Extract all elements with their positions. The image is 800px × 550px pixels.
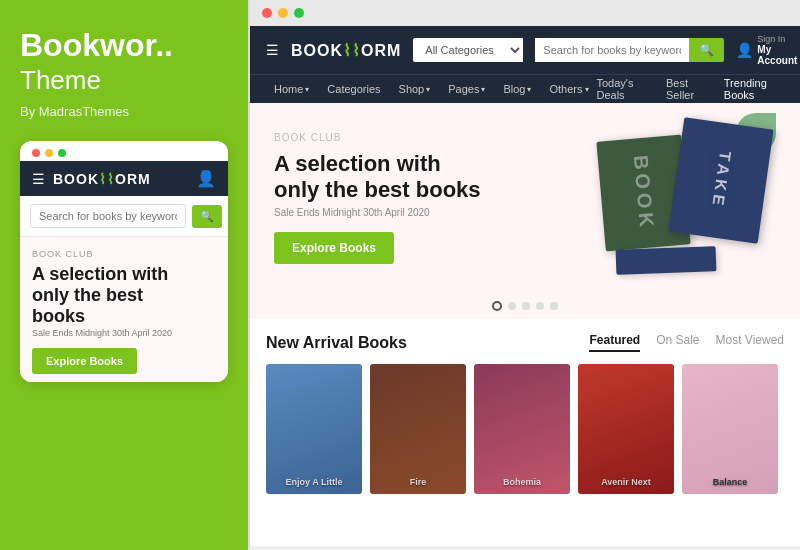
- blog-chevron-icon: ▾: [527, 85, 531, 94]
- browser-dot-green: [294, 8, 304, 18]
- book-title-1: Enjoy A Little: [286, 477, 343, 488]
- nav-left: Home ▾ Categories Shop ▾ Pages ▾ Blog ▾ …: [266, 75, 597, 103]
- nav-item-blog[interactable]: Blog ▾: [495, 75, 539, 103]
- hero-heading: A selection with only the best books: [274, 151, 536, 204]
- website-preview: ☰ BOOK⌇⌇ORM All Categories 🔍 👤 Sign In M…: [250, 26, 800, 546]
- account-label: My Account: [757, 44, 797, 66]
- shop-chevron-icon: ▾: [426, 85, 430, 94]
- mobile-search-bar: 🔍: [20, 196, 228, 237]
- mobile-sale-text: Sale Ends Midnight 30th April 2020: [32, 328, 216, 338]
- slider-dot-2[interactable]: [508, 302, 516, 310]
- account-action[interactable]: 👤 Sign In My Account: [736, 34, 797, 66]
- search-input[interactable]: [535, 38, 689, 62]
- book-title-2: Fire: [410, 477, 427, 488]
- tab-on-sale[interactable]: On Sale: [656, 333, 699, 352]
- mobile-user-icon[interactable]: 👤: [196, 169, 216, 188]
- nav-bar: Home ▾ Categories Shop ▾ Pages ▾ Blog ▾ …: [250, 74, 800, 103]
- book-title-5: Balance: [713, 477, 748, 488]
- account-icon: 👤: [736, 42, 753, 58]
- site-header: ☰ BOOK⌇⌇ORM All Categories 🔍 👤 Sign In M…: [250, 26, 800, 103]
- book-grid: Enjoy A Little Fire Bohemia Avenir Next: [266, 364, 784, 494]
- nav-trending-books[interactable]: Trending Books: [724, 77, 784, 101]
- hero-content: BOOK CLUB A selection with only the best…: [274, 132, 536, 265]
- book-stack: BOOK TAKE: [536, 113, 776, 283]
- mobile-card-chrome: [20, 141, 228, 161]
- site-logo-accent: ⌇⌇: [343, 42, 361, 59]
- nav-item-categories[interactable]: Categories: [319, 75, 388, 103]
- book-title-3: Bohemia: [503, 477, 541, 488]
- hero-explore-button[interactable]: Explore Books: [274, 232, 394, 264]
- search-bar: 🔍: [535, 38, 724, 62]
- nav-todays-deals[interactable]: Today's Deals: [597, 77, 651, 101]
- mobile-preview-card: ☰ BOOK⌇⌇ORM 👤 🔍 BOOK CLUB A selection wi…: [20, 141, 228, 382]
- slider-dot-4[interactable]: [536, 302, 544, 310]
- category-select[interactable]: All Categories: [413, 38, 523, 62]
- header-top-bar: ☰ BOOK⌇⌇ORM All Categories 🔍 👤 Sign In M…: [250, 26, 800, 74]
- slider-dot-active[interactable]: [492, 301, 502, 311]
- left-panel: Bookwor.. Theme By MadrasThemes ☰ BOOK⌇⌇…: [0, 0, 248, 550]
- nav-item-pages[interactable]: Pages ▾: [440, 75, 493, 103]
- home-chevron-icon: ▾: [305, 85, 309, 94]
- account-sign-in: Sign In: [757, 34, 797, 44]
- browser-dot-yellow: [278, 8, 288, 18]
- nav-item-shop[interactable]: Shop ▾: [391, 75, 439, 103]
- book-cover-5: Balance: [682, 364, 778, 494]
- dot-red: [32, 149, 40, 157]
- mobile-nav-bar: ☰ BOOK⌇⌇ORM 👤: [20, 161, 228, 196]
- browser-chrome: [250, 0, 800, 26]
- site-hamburger-icon[interactable]: ☰: [266, 42, 279, 58]
- mobile-banner: BOOK CLUB A selection with only the best…: [20, 237, 228, 382]
- hero-book-image: BOOK TAKE: [536, 113, 776, 283]
- nav-item-home[interactable]: Home ▾: [266, 75, 317, 103]
- header-actions: 👤 Sign In My Account 🛒 My Cart $0.00: [736, 34, 800, 66]
- dot-yellow: [45, 149, 53, 157]
- book-card-3[interactable]: Bohemia: [474, 364, 570, 494]
- mobile-explore-button[interactable]: Explore Books: [32, 348, 137, 374]
- main-area: ☰ BOOK⌇⌇ORM All Categories 🔍 👤 Sign In M…: [248, 0, 800, 550]
- section-header: New Arrival Books Featured On Sale Most …: [266, 333, 784, 352]
- mobile-search-button[interactable]: 🔍: [192, 205, 222, 228]
- mobile-hero-heading: A selection with only the best books: [32, 264, 216, 326]
- book-cover-3: Bohemia: [474, 364, 570, 494]
- mobile-hamburger-icon[interactable]: ☰: [32, 171, 45, 187]
- hero-sale-text: Sale Ends Midnight 30th April 2020: [274, 207, 536, 218]
- book-card-4[interactable]: Avenir Next: [578, 364, 674, 494]
- mobile-nav-left: ☰ BOOK⌇⌇ORM: [32, 171, 151, 187]
- others-chevron-icon: ▾: [585, 85, 589, 94]
- mobile-search-input[interactable]: [30, 204, 186, 228]
- dot-green: [58, 149, 66, 157]
- nav-right: Today's Deals Best Seller Trending Books: [597, 77, 785, 101]
- book-1: TAKE: [668, 117, 773, 243]
- hero-book-club-label: BOOK CLUB: [274, 132, 536, 143]
- book-card-5[interactable]: Balance: [682, 364, 778, 494]
- browser-dot-red: [262, 8, 272, 18]
- slider-dot-3[interactable]: [522, 302, 530, 310]
- section-title: New Arrival Books: [266, 334, 407, 352]
- nav-best-seller[interactable]: Best Seller: [666, 77, 708, 101]
- tab-most-viewed[interactable]: Most Viewed: [716, 333, 784, 352]
- hero-banner: BOOK CLUB A selection with only the best…: [250, 103, 800, 293]
- search-button[interactable]: 🔍: [689, 38, 724, 62]
- section-tabs: Featured On Sale Most Viewed: [589, 333, 784, 352]
- theme-author: By MadrasThemes: [20, 104, 228, 119]
- slider-dot-5[interactable]: [550, 302, 558, 310]
- book2-text: BOOK: [629, 154, 659, 232]
- book-cover-4: Avenir Next: [578, 364, 674, 494]
- book-card-1[interactable]: Enjoy A Little: [266, 364, 362, 494]
- slider-dots: [250, 293, 800, 319]
- theme-title: Bookwor..: [20, 28, 228, 63]
- account-text: Sign In My Account: [757, 34, 797, 66]
- mobile-logo-wave: ⌇⌇: [99, 171, 115, 187]
- pages-chevron-icon: ▾: [481, 85, 485, 94]
- new-arrivals-section: New Arrival Books Featured On Sale Most …: [250, 319, 800, 502]
- mobile-logo: BOOK⌇⌇ORM: [53, 171, 151, 187]
- book-cover-1: Enjoy A Little: [266, 364, 362, 494]
- nav-item-others[interactable]: Others ▾: [541, 75, 596, 103]
- mobile-book-club-label: BOOK CLUB: [32, 249, 216, 259]
- tab-featured[interactable]: Featured: [589, 333, 640, 352]
- book-card-2[interactable]: Fire: [370, 364, 466, 494]
- book-title-4: Avenir Next: [601, 477, 651, 488]
- book1-text: TAKE: [708, 150, 734, 210]
- theme-subtitle: Theme: [20, 65, 228, 96]
- book-cover-2: Fire: [370, 364, 466, 494]
